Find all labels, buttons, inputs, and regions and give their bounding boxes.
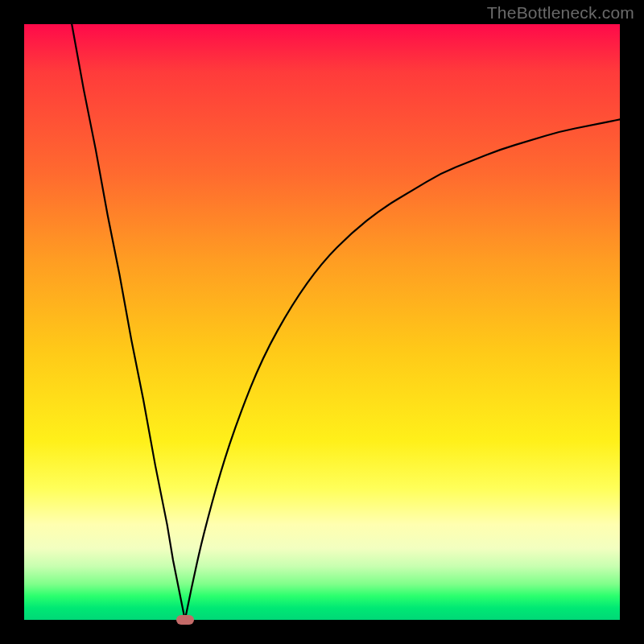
optimal-marker bbox=[176, 615, 194, 625]
watermark-text: TheBottleneck.com bbox=[487, 3, 634, 23]
plot-area bbox=[24, 24, 620, 620]
bottleneck-curve bbox=[24, 24, 620, 620]
chart-frame: TheBottleneck.com bbox=[0, 0, 644, 644]
